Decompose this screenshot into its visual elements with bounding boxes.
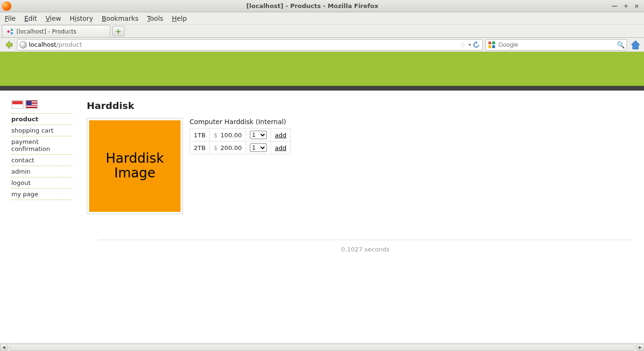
search-box[interactable]: 🔍 [486,39,627,50]
variant-table: 1TB$ 100.001add2TB$ 200.001add [190,128,291,154]
navigation-bar: localhost/product ☆ ▾ 🔍 [0,38,644,52]
bookmark-star-icon[interactable]: ☆ [460,41,466,49]
product-title: Harddisk [87,100,633,111]
scrollbar-track[interactable] [8,344,636,351]
browser-menubar: File Edit View History Bookmarks Tools H… [0,12,644,25]
variant-action-cell: add [271,142,290,154]
scroll-left-button[interactable]: ◀ [0,344,8,351]
horizontal-scrollbar[interactable]: ◀ ▶ [0,343,644,351]
new-tab-button[interactable]: + [112,26,124,36]
search-icon[interactable]: 🔍 [617,41,625,49]
svg-rect-3 [488,42,491,44]
svg-point-1 [11,29,13,31]
flag-indonesia[interactable] [11,100,24,109]
back-button[interactable] [3,39,14,50]
quantity-select[interactable]: 1 [250,143,267,152]
page-header-banner [0,52,644,86]
firefox-icon [2,1,11,11]
svg-point-0 [8,30,10,33]
window-minimize-icon[interactable]: — [611,2,618,9]
main-content: Harddisk Harddisk Image Computer Harddis… [87,100,633,214]
menu-help[interactable]: Help [172,15,187,22]
variant-size: 1TB [190,129,210,142]
svg-point-2 [11,32,13,34]
sidebar-item-my-page[interactable]: my page [11,189,73,200]
url-path: /product [56,41,82,48]
product-image: Harddisk Image [87,118,183,214]
tab-products[interactable]: [localhost] - Products [2,25,110,37]
variant-qty-cell: 1 [246,129,271,142]
quantity-select[interactable]: 1 [250,131,267,139]
menu-edit[interactable]: Edit [24,15,37,22]
tab-favicon-icon [7,28,14,35]
variant-row: 2TB$ 200.001add [190,142,291,154]
menu-bookmarks[interactable]: Bookmarks [102,15,139,22]
menu-history[interactable]: History [70,15,93,22]
variant-size: 2TB [190,142,210,154]
google-icon [488,41,495,49]
sidebar-nav: productshopping cartpayment confirmation… [11,113,73,200]
sidebar-item-payment-confirmation[interactable]: payment confirmation [11,136,73,155]
svg-rect-6 [492,45,495,48]
variant-price: $ 200.00 [210,142,246,154]
home-button[interactable] [630,39,641,50]
variant-price: $ 100.00 [210,129,246,142]
window-title: [localhost] - Products - Mozilla Firefox [13,2,611,9]
currency-symbol: $ [214,132,218,139]
page-content: productshopping cartpayment confirmation… [0,52,644,253]
product-image-label: Harddisk Image [89,120,181,212]
flag-usa[interactable] [25,100,38,109]
search-input[interactable] [498,41,617,48]
url-dropdown-icon[interactable]: ▾ [469,42,471,47]
url-host: localhost [29,41,56,48]
variant-action-cell: add [271,129,290,142]
sidebar-item-contact[interactable]: contact [11,155,73,166]
menu-file[interactable]: File [5,15,16,22]
svg-rect-4 [492,42,495,44]
sidebar-item-shopping-cart[interactable]: shopping cart [11,125,73,136]
currency-symbol: $ [214,144,218,151]
tab-label: [localhost] - Products [17,28,76,35]
globe-icon [19,41,27,49]
window-titlebar: [localhost] - Products - Mozilla Firefox… [0,0,644,12]
sidebar-item-admin[interactable]: admin [11,166,73,177]
reload-button[interactable] [472,41,480,49]
variant-row: 1TB$ 100.001add [190,129,291,142]
window-maximize-icon[interactable]: + [623,2,628,9]
page-header-divider [0,86,644,91]
sidebar: productshopping cartpayment confirmation… [11,100,87,214]
product-description: Computer Harddisk (Internal) [190,118,291,125]
tab-bar: [localhost] - Products + [0,25,644,38]
svg-rect-5 [488,45,491,48]
window-close-icon[interactable]: × [634,2,639,9]
sidebar-item-logout[interactable]: logout [11,177,73,189]
add-to-cart-link[interactable]: add [275,132,286,139]
url-bar[interactable]: localhost/product ☆ ▾ [17,39,483,50]
sidebar-item-product[interactable]: product [11,113,73,125]
scroll-right-button[interactable]: ▶ [636,344,644,351]
variant-qty-cell: 1 [246,142,271,154]
menu-tools[interactable]: Tools [147,15,164,22]
add-to-cart-link[interactable]: add [275,144,286,151]
menu-view[interactable]: View [46,15,61,22]
page-footer-timing: 0.1027 seconds [98,240,633,253]
